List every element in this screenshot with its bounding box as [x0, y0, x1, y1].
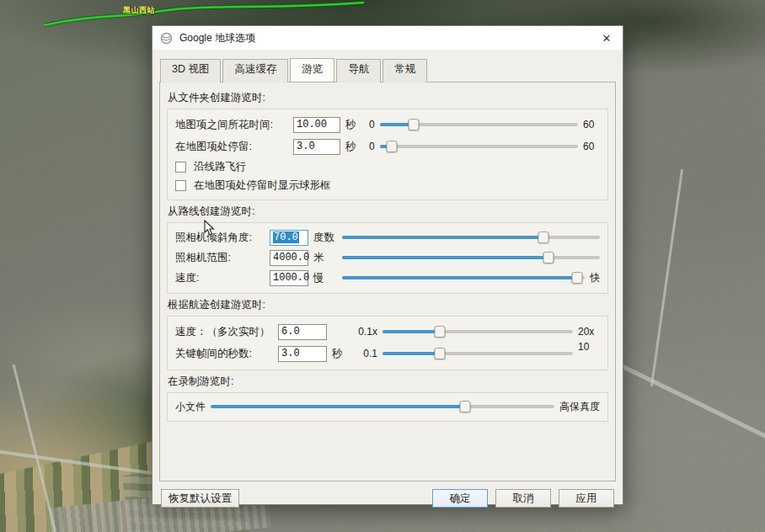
- selected-text: 70.0: [273, 231, 299, 243]
- touring-tab-pane: 从文件夹创建游览时: 地图项之间所花时间: 10.00 秒 0 60 在地图项处…: [159, 82, 616, 481]
- path-speed-label: 速度:: [175, 271, 265, 285]
- seconds-unit-label: 秒: [345, 118, 364, 132]
- ok-button[interactable]: 确定: [432, 489, 488, 508]
- slider-max-label: 60: [583, 119, 600, 130]
- from-track-groupbox: 速度：（多次实时） 6.0 0.1x 20x 关键帧间的秒数: 3.0: [167, 316, 608, 370]
- map-placemark-label[interactable]: 黑山西站: [123, 5, 155, 16]
- wait-at-features-input[interactable]: 3.0: [293, 139, 340, 155]
- time-between-features-input[interactable]: 10.00: [293, 117, 340, 133]
- small-file-label: 小文件: [175, 400, 206, 414]
- section-title-recording: 在录制游览时:: [168, 375, 608, 389]
- slider-track: [382, 352, 573, 355]
- tab-general[interactable]: 常规: [382, 59, 427, 82]
- tab-navigation[interactable]: 导航: [336, 59, 381, 82]
- google-earth-globe-icon: [160, 32, 173, 45]
- track-speed-label: 速度：（多次实时）: [175, 325, 273, 339]
- slider-handle[interactable]: [434, 326, 445, 338]
- section-title-from-path: 从路线创建游览时:: [168, 205, 608, 219]
- from-path-groupbox: 照相机倾斜角度: 70.0 度数 照相机范围: 4000.0 米: [167, 222, 608, 294]
- apply-button[interactable]: 应用: [559, 489, 614, 508]
- camera-tilt-label: 照相机倾斜角度:: [175, 231, 265, 245]
- slider-max-label: 20x: [578, 326, 600, 338]
- fast-label: 快: [590, 271, 600, 285]
- tab-3d-view[interactable]: 3D 视图: [160, 59, 221, 82]
- slider-handle[interactable]: [543, 252, 554, 263]
- camera-tilt-slider[interactable]: [342, 230, 600, 245]
- high-fidelity-label: 高保真度: [559, 400, 600, 414]
- keyframe-seconds-slider[interactable]: [382, 346, 573, 361]
- slider-min-label: 0.1: [352, 348, 377, 359]
- wait-at-features-slider[interactable]: [380, 139, 578, 154]
- dialog-button-row: 恢复默认设置 确定 取消 应用: [152, 481, 623, 508]
- slider-track: [342, 236, 600, 239]
- keyframe-seconds-input[interactable]: 3.0: [278, 346, 327, 362]
- time-between-features-slider[interactable]: [380, 117, 578, 132]
- close-icon[interactable]: ✕: [598, 29, 615, 46]
- dialog-titlebar[interactable]: Google 地球选项 ✕: [152, 26, 623, 50]
- slider-track: [342, 276, 585, 279]
- restore-defaults-button[interactable]: 恢复默认设置: [161, 489, 239, 508]
- from-folder-groupbox: 地图项之间所花时间: 10.00 秒 0 60 在地图项处停留: 3.0: [167, 109, 608, 200]
- camera-range-input[interactable]: 4000.0: [270, 250, 308, 266]
- recording-quality-slider[interactable]: [211, 399, 554, 414]
- slider-min-label: 0.1x: [352, 326, 377, 338]
- slider-track: [382, 330, 573, 333]
- recording-groupbox: 小文件 高保真度: [167, 392, 608, 422]
- slider-track: [342, 256, 600, 259]
- slider-handle[interactable]: [386, 141, 397, 152]
- mouse-cursor: [204, 220, 216, 237]
- slider-handle[interactable]: [408, 119, 419, 130]
- fly-along-lines-label: 沿线路飞行: [194, 160, 247, 174]
- keyframe-seconds-label: 关键帧间的秒数:: [175, 347, 273, 361]
- slider-min-label: 0: [369, 141, 375, 152]
- degrees-unit-label: 度数: [313, 231, 337, 245]
- tab-touring[interactable]: 游览: [290, 58, 334, 82]
- path-speed-slider[interactable]: [342, 270, 585, 285]
- slider-track: [211, 405, 554, 408]
- section-title-from-folder: 从文件夹创建游览时:: [168, 91, 608, 105]
- camera-range-slider[interactable]: [342, 250, 600, 265]
- track-speed-input[interactable]: 6.0: [278, 324, 327, 340]
- tab-cache[interactable]: 高速缓存: [222, 59, 288, 82]
- slider-max-label: 60: [583, 141, 600, 152]
- slider-min-label: 0: [369, 119, 375, 130]
- slider-handle[interactable]: [459, 401, 470, 412]
- tab-bar: 3D 视图 高速缓存 游览 导航 常规: [152, 50, 623, 82]
- wait-at-features-label: 在地图项处停留:: [175, 140, 288, 154]
- section-title-from-track: 根据航迹创建游览时:: [168, 298, 608, 312]
- show-balloon-label: 在地图项处停留时显示球形框: [194, 178, 331, 193]
- dialog-title: Google 地球选项: [179, 31, 255, 45]
- time-between-features-label: 地图项之间所花时间:: [175, 118, 288, 132]
- camera-range-label: 照相机范围:: [175, 251, 265, 265]
- fly-along-lines-checkbox[interactable]: [175, 162, 186, 173]
- action-buttons: 确定 取消 应用: [432, 489, 614, 508]
- cancel-button[interactable]: 取消: [495, 489, 551, 508]
- slider-handle[interactable]: [538, 231, 548, 243]
- slider-max-label: 10: [578, 341, 600, 353]
- seconds-unit-label: 秒: [345, 140, 364, 154]
- camera-tilt-input[interactable]: 70.0: [270, 230, 308, 246]
- slider-track: [380, 145, 578, 148]
- track-speed-slider[interactable]: [382, 324, 573, 339]
- seconds-unit-label: 秒: [332, 347, 347, 361]
- show-balloon-checkbox[interactable]: [175, 180, 186, 191]
- google-earth-options-dialog: Google 地球选项 ✕ 3D 视图 高速缓存 游览 导航 常规 从文件夹创建…: [152, 25, 623, 505]
- slider-handle[interactable]: [434, 348, 445, 359]
- slider-handle[interactable]: [572, 272, 583, 284]
- meters-unit-label: 米: [313, 251, 337, 265]
- slow-label: 慢: [313, 271, 337, 285]
- path-speed-input[interactable]: 1000.0: [270, 270, 308, 286]
